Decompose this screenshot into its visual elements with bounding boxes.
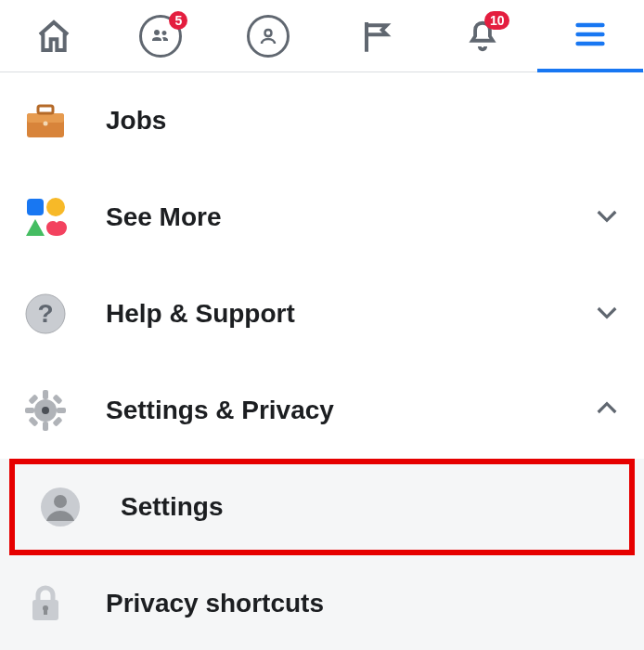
- briefcase-icon: [22, 98, 69, 144]
- tab-menu[interactable]: [537, 0, 643, 72]
- person-circle-icon: [37, 484, 84, 530]
- svg-point-19: [42, 407, 49, 414]
- notifications-badge: 10: [484, 11, 510, 30]
- svg-rect-17: [28, 416, 38, 426]
- settings-privacy-submenu: Settings Privacy shortcuts: [0, 459, 644, 650]
- tab-home[interactable]: [1, 0, 107, 72]
- chevron-down-icon: [592, 201, 622, 234]
- chevron-down-icon: [592, 297, 622, 331]
- svg-rect-4: [27, 199, 44, 215]
- svg-rect-18: [52, 416, 62, 426]
- chevron-up-icon: [592, 394, 622, 427]
- menu-item-settings-privacy[interactable]: Settings & Privacy: [0, 362, 644, 459]
- svg-rect-14: [57, 408, 66, 413]
- svg-point-5: [46, 198, 65, 216]
- submenu-item-label: Privacy shortcuts: [106, 589, 622, 618]
- tab-notifications[interactable]: 10: [430, 0, 535, 72]
- highlight-settings: Settings: [9, 459, 635, 555]
- menu-item-label: Settings & Privacy: [106, 396, 592, 425]
- svg-rect-13: [25, 408, 34, 413]
- menu-item-help[interactable]: ? Help & Support: [0, 266, 644, 362]
- svg-point-21: [54, 495, 67, 508]
- svg-rect-11: [43, 390, 48, 399]
- svg-rect-2: [38, 106, 53, 113]
- help-icon: ?: [22, 291, 69, 337]
- submenu-item-settings[interactable]: Settings: [15, 464, 629, 550]
- profile-icon: [247, 15, 290, 58]
- see-more-icon: [22, 194, 69, 240]
- friends-icon: 5: [139, 15, 182, 58]
- bell-icon: 10: [461, 15, 504, 58]
- menu-item-label: Jobs: [106, 106, 622, 136]
- svg-rect-16: [52, 394, 62, 404]
- hamburger-icon: [569, 13, 612, 56]
- tab-friends[interactable]: 5: [108, 0, 213, 72]
- tab-pages[interactable]: [323, 0, 429, 72]
- tab-profile[interactable]: [215, 0, 321, 72]
- svg-marker-6: [26, 219, 45, 236]
- svg-text:?: ?: [37, 299, 53, 328]
- submenu-item-label: Settings: [121, 492, 607, 522]
- svg-point-3: [44, 122, 48, 126]
- menu-item-label: See More: [106, 202, 592, 232]
- friends-badge: 5: [169, 11, 187, 30]
- menu-item-see-more[interactable]: See More: [0, 169, 644, 266]
- menu-list: Jobs See More ? Help & Support: [0, 72, 644, 650]
- svg-rect-12: [43, 422, 48, 431]
- flag-icon: [354, 15, 397, 58]
- top-nav: 5 10: [0, 0, 644, 72]
- gear-icon: [22, 387, 69, 434]
- menu-item-label: Help & Support: [106, 299, 592, 329]
- menu-item-jobs[interactable]: Jobs: [0, 72, 644, 169]
- home-icon: [32, 15, 75, 58]
- svg-rect-15: [28, 394, 38, 404]
- svg-rect-24: [44, 609, 47, 615]
- submenu-item-privacy-shortcuts[interactable]: Privacy shortcuts: [0, 555, 644, 650]
- lock-icon: [22, 580, 69, 627]
